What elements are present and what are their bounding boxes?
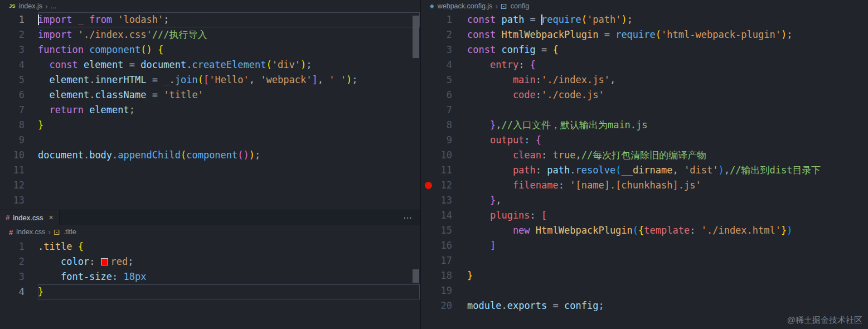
code-line[interactable]: 16 ]: [421, 238, 868, 253]
code-line[interactable]: 4 const element = document.createElement…: [0, 57, 420, 72]
code-text[interactable]: const element = document.createElement('…: [38, 57, 420, 72]
color-swatch[interactable]: [101, 258, 108, 265]
line-number-gutter[interactable]: 10: [421, 148, 467, 163]
line-number-gutter[interactable]: 4: [0, 284, 38, 299]
line-number-gutter[interactable]: 3: [0, 269, 38, 284]
code-line[interactable]: 10 clean: true,//每次打包清除旧的编译产物: [421, 148, 868, 163]
breadcrumb-file[interactable]: index.js: [19, 2, 42, 10]
line-number-gutter[interactable]: 14: [421, 208, 467, 223]
line-number-gutter[interactable]: 8: [421, 118, 467, 133]
code-line[interactable]: 2 color: red;: [0, 254, 420, 269]
code-line[interactable]: 5 main:'./index.js',: [421, 72, 868, 88]
line-number-gutter[interactable]: 1: [421, 12, 467, 27]
code-line[interactable]: 6 element.className = 'title': [0, 88, 420, 103]
code-text[interactable]: },//入口文件，默认输出为main.js: [467, 118, 868, 133]
code-text[interactable]: },: [467, 193, 868, 208]
code-line[interactable]: 2const HtmlWebpackPlugin = require('html…: [421, 27, 868, 42]
line-number-gutter[interactable]: 9: [421, 133, 467, 148]
code-text[interactable]: [38, 133, 420, 148]
code-text[interactable]: [38, 178, 420, 193]
code-text[interactable]: const config = {: [467, 42, 868, 57]
line-number-gutter[interactable]: 20: [421, 298, 467, 313]
line-number-gutter[interactable]: 10: [0, 148, 38, 163]
code-text[interactable]: [38, 193, 420, 208]
more-actions-icon[interactable]: ⋯: [395, 210, 420, 225]
code-line[interactable]: 1.title {: [0, 239, 420, 254]
code-line[interactable]: 15 new HtmlWebpackPlugin({template: './i…: [421, 223, 868, 238]
line-number-gutter[interactable]: 6: [421, 88, 467, 103]
code-text[interactable]: const HtmlWebpackPlugin = require('html-…: [467, 27, 868, 42]
line-number-gutter[interactable]: 4: [0, 57, 38, 72]
code-line[interactable]: 9: [0, 133, 420, 148]
line-number-gutter[interactable]: 15: [421, 223, 467, 238]
code-text[interactable]: [38, 163, 420, 178]
tab-index-css[interactable]: # index.css ×: [0, 210, 60, 225]
code-text[interactable]: module.exports = config;: [467, 298, 868, 313]
code-text[interactable]: clean: true,//每次打包清除旧的编译产物: [467, 148, 868, 163]
line-number-gutter[interactable]: 2: [0, 27, 38, 42]
code-text[interactable]: element.innerHTML = _.join(['Hello', 'we…: [38, 72, 420, 88]
line-number-gutter[interactable]: 9: [0, 133, 38, 148]
line-number-gutter[interactable]: 2: [0, 254, 38, 269]
code-text[interactable]: }: [38, 284, 420, 299]
code-line[interactable]: 10document.body.appendChild(component())…: [0, 148, 420, 163]
code-line[interactable]: 11 path: path.resolve(__dirname, 'dist')…: [421, 163, 868, 178]
line-number-gutter[interactable]: 13: [421, 193, 467, 208]
breadcrumb-file[interactable]: webpack.config.js: [438, 2, 493, 10]
code-line[interactable]: 6 code:'./code.js': [421, 88, 868, 103]
code-text[interactable]: import './index.css'///执行导入: [38, 27, 420, 42]
code-line[interactable]: 8 },//入口文件，默认输出为main.js: [421, 118, 868, 133]
breadcrumb-symbol[interactable]: .title: [64, 228, 76, 236]
code-text[interactable]: .title {: [38, 239, 420, 254]
scrollbar-thumb[interactable]: [413, 16, 419, 58]
code-editor-index-css[interactable]: 1.title {2 color: red;3 font-size: 18px4…: [0, 239, 420, 299]
line-number-gutter[interactable]: 7: [0, 103, 38, 118]
code-text[interactable]: element.className = 'title': [38, 88, 420, 103]
code-text[interactable]: import _ from 'lodash';: [38, 12, 420, 27]
line-number-gutter[interactable]: 17: [421, 253, 467, 268]
line-number-gutter[interactable]: 18: [421, 268, 467, 283]
line-number-gutter[interactable]: 7: [421, 103, 467, 118]
scrollbar-thumb[interactable]: [413, 269, 419, 283]
code-line[interactable]: 3const config = {: [421, 42, 868, 57]
code-line[interactable]: 9 output: {: [421, 133, 868, 148]
code-editor-webpack-config[interactable]: 1const path = require('path');2const Htm…: [421, 12, 868, 313]
code-text[interactable]: font-size: 18px: [38, 269, 420, 284]
code-line[interactable]: 4 entry: {: [421, 57, 868, 72]
code-text[interactable]: document.body.appendChild(component());: [38, 148, 420, 163]
code-text[interactable]: return element;: [38, 103, 420, 118]
code-text[interactable]: const path = require('path');: [467, 12, 868, 27]
code-text[interactable]: }: [38, 118, 420, 133]
code-text[interactable]: entry: {: [467, 57, 868, 72]
code-text[interactable]: [467, 253, 868, 268]
breadcrumb-symbol[interactable]: config: [511, 2, 529, 10]
code-text[interactable]: output: {: [467, 133, 868, 148]
line-number-gutter[interactable]: 2: [421, 27, 467, 42]
code-line[interactable]: 1const path = require('path');: [421, 12, 868, 27]
code-text[interactable]: plugins: [: [467, 208, 868, 223]
code-text[interactable]: ]: [467, 238, 868, 253]
line-number-gutter[interactable]: 6: [0, 88, 38, 103]
code-line[interactable]: 18}: [421, 268, 868, 283]
code-line[interactable]: 8}: [0, 118, 420, 133]
breadcrumb-file[interactable]: index.css: [16, 228, 45, 236]
code-text[interactable]: function component() {: [38, 42, 420, 57]
line-number-gutter[interactable]: 8: [0, 118, 38, 133]
line-number-gutter[interactable]: 13: [0, 193, 38, 208]
line-number-gutter[interactable]: 16: [421, 238, 467, 253]
close-icon[interactable]: ×: [49, 213, 53, 222]
code-line[interactable]: 5 element.innerHTML = _.join(['Hello', '…: [0, 72, 420, 88]
code-line[interactable]: 14 plugins: [: [421, 208, 868, 223]
line-number-gutter[interactable]: 3: [421, 42, 467, 57]
line-number-gutter[interactable]: 1: [0, 239, 38, 254]
code-line[interactable]: 3function component() {: [0, 42, 420, 57]
code-line[interactable]: 7 return element;: [0, 103, 420, 118]
code-line[interactable]: 1import _ from 'lodash';: [0, 12, 420, 27]
line-number-gutter[interactable]: 5: [0, 72, 38, 88]
code-line[interactable]: 20module.exports = config;: [421, 298, 868, 313]
code-text[interactable]: path: path.resolve(__dirname, 'dist'),//…: [467, 163, 868, 178]
line-number-gutter[interactable]: 5: [421, 72, 467, 88]
breakpoint-icon[interactable]: [425, 182, 432, 189]
code-line[interactable]: 11: [0, 163, 420, 178]
line-number-gutter[interactable]: 3: [0, 42, 38, 57]
